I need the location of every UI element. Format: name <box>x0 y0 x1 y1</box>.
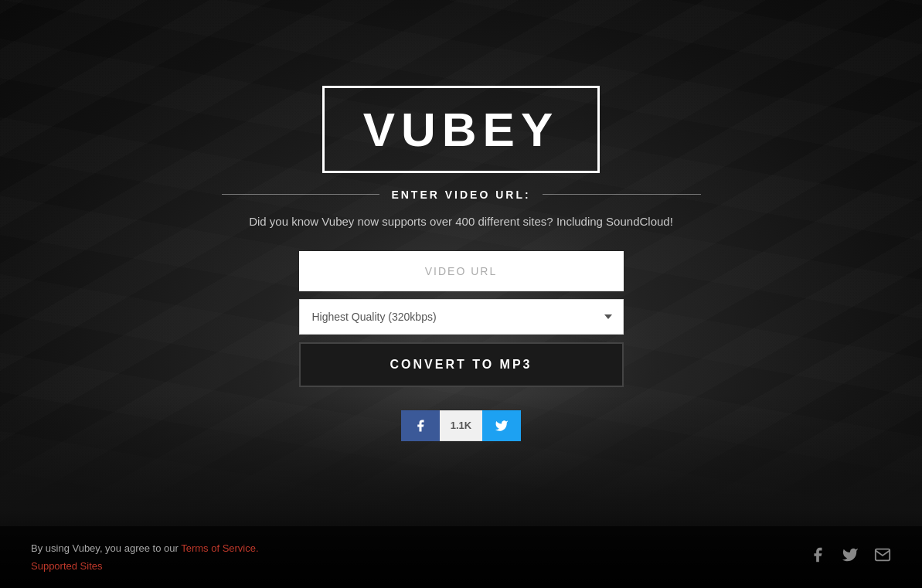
footer: By using Vubey, you agree to our Terms o… <box>0 526 922 588</box>
enter-url-label: ENTER VIDEO URL: <box>379 189 542 201</box>
footer-twitter-icon[interactable] <box>842 546 859 568</box>
footer-right <box>809 546 891 568</box>
tos-link[interactable]: Terms of Service. <box>181 542 258 554</box>
twitter-button[interactable] <box>482 410 521 441</box>
social-row: 1.1K <box>401 410 521 441</box>
enter-url-row: ENTER VIDEO URL: <box>222 189 701 201</box>
convert-button[interactable]: CONVERT TO MP3 <box>299 342 624 387</box>
facebook-icon <box>413 419 427 433</box>
divider-right <box>543 194 701 195</box>
tos-prefix: By using Vubey, you agree to our <box>31 542 181 554</box>
logo-box: VUBEY <box>322 86 600 173</box>
footer-left: By using Vubey, you agree to our Terms o… <box>31 539 259 576</box>
facebook-button[interactable] <box>401 410 440 441</box>
supported-sites-link[interactable]: Supported Sites <box>31 560 103 572</box>
main-content: VUBEY ENTER VIDEO URL: Did you know Vube… <box>0 0 922 526</box>
subtitle-text: Did you know Vubey now supports over 400… <box>249 215 673 228</box>
logo-text: VUBEY <box>363 102 560 157</box>
url-input[interactable] <box>299 251 624 291</box>
footer-email-icon[interactable] <box>874 546 891 568</box>
form-container: Highest Quality (320kbps)High Quality (2… <box>299 251 624 387</box>
facebook-count: 1.1K <box>440 410 482 441</box>
footer-facebook-icon[interactable] <box>809 546 826 568</box>
twitter-icon <box>495 419 509 433</box>
divider-left <box>222 194 380 195</box>
quality-select[interactable]: Highest Quality (320kbps)High Quality (2… <box>299 299 624 335</box>
